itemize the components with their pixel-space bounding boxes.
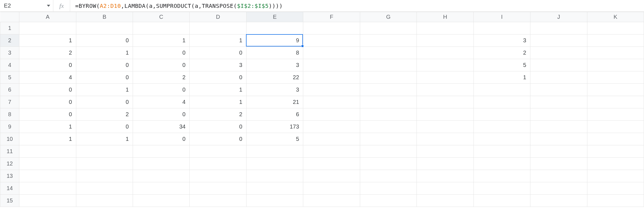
cell-C10[interactable]: 0 [133, 133, 190, 145]
cell-J13[interactable] [530, 170, 587, 182]
cell-E3[interactable]: 8 [246, 47, 303, 59]
cell-H2[interactable] [417, 34, 473, 47]
cell-F3[interactable] [303, 47, 360, 59]
cell-I11[interactable] [473, 145, 530, 158]
cell-E14[interactable] [246, 182, 303, 195]
cell-D12[interactable] [190, 158, 246, 170]
cell-G13[interactable] [360, 170, 417, 182]
row-header-3[interactable]: 3 [0, 47, 19, 59]
row-header-1[interactable]: 1 [0, 22, 19, 34]
cell-A4[interactable]: 0 [19, 59, 76, 71]
cell-C1[interactable] [133, 22, 190, 34]
cell-G15[interactable] [360, 195, 417, 207]
cell-F15[interactable] [303, 195, 360, 207]
cell-K7[interactable] [587, 96, 644, 108]
cell-F10[interactable] [303, 133, 360, 145]
cell-J7[interactable] [530, 96, 587, 108]
cell-B10[interactable]: 1 [76, 133, 133, 145]
cell-E2[interactable]: 9 [246, 34, 303, 47]
formula-input[interactable]: =BYROW(A2:D10,LAMBDA(a,SUMPRODUCT(a,TRAN… [70, 0, 644, 11]
cell-K14[interactable] [587, 182, 644, 195]
cell-I10[interactable] [473, 133, 530, 145]
cell-G7[interactable] [360, 96, 417, 108]
cell-D3[interactable]: 0 [190, 47, 246, 59]
cell-A1[interactable] [19, 22, 76, 34]
cell-A11[interactable] [19, 145, 76, 158]
cell-E11[interactable] [246, 145, 303, 158]
cell-C9[interactable]: 34 [133, 121, 190, 133]
cell-H9[interactable] [417, 121, 473, 133]
cell-C12[interactable] [133, 158, 190, 170]
cell-K9[interactable] [587, 121, 644, 133]
cell-K12[interactable] [587, 158, 644, 170]
row-header-12[interactable]: 12 [0, 158, 19, 170]
cell-C15[interactable] [133, 195, 190, 207]
cell-I6[interactable] [473, 84, 530, 96]
name-box[interactable]: E2 [0, 0, 53, 11]
row-header-14[interactable]: 14 [0, 182, 19, 195]
cell-C13[interactable] [133, 170, 190, 182]
cell-G10[interactable] [360, 133, 417, 145]
cell-G12[interactable] [360, 158, 417, 170]
cell-H6[interactable] [417, 84, 473, 96]
cell-B3[interactable]: 1 [76, 47, 133, 59]
cell-C11[interactable] [133, 145, 190, 158]
cell-F1[interactable] [303, 22, 360, 34]
row-header-15[interactable]: 15 [0, 195, 19, 207]
cell-J15[interactable] [530, 195, 587, 207]
cell-J6[interactable] [530, 84, 587, 96]
cell-A7[interactable]: 0 [19, 96, 76, 108]
cell-E9[interactable]: 173 [246, 121, 303, 133]
cell-K2[interactable] [587, 34, 644, 47]
cell-F14[interactable] [303, 182, 360, 195]
cell-H8[interactable] [417, 108, 473, 121]
cell-J8[interactable] [530, 108, 587, 121]
cell-F6[interactable] [303, 84, 360, 96]
cell-I3[interactable]: 2 [473, 47, 530, 59]
column-header-B[interactable]: B [76, 12, 133, 22]
cell-D4[interactable]: 3 [190, 59, 246, 71]
cell-G5[interactable] [360, 71, 417, 84]
cell-J2[interactable] [530, 34, 587, 47]
cell-F7[interactable] [303, 96, 360, 108]
column-header-H[interactable]: H [417, 12, 473, 22]
cell-F5[interactable] [303, 71, 360, 84]
cell-H15[interactable] [417, 195, 473, 207]
cell-G2[interactable] [360, 34, 417, 47]
cell-K15[interactable] [587, 195, 644, 207]
row-header-5[interactable]: 5 [0, 71, 19, 84]
cell-G4[interactable] [360, 59, 417, 71]
cell-B9[interactable]: 0 [76, 121, 133, 133]
cell-G11[interactable] [360, 145, 417, 158]
chevron-down-icon[interactable] [47, 5, 50, 7]
cell-I9[interactable] [473, 121, 530, 133]
cell-E12[interactable] [246, 158, 303, 170]
cell-J14[interactable] [530, 182, 587, 195]
cell-A15[interactable] [19, 195, 76, 207]
cell-E10[interactable]: 5 [246, 133, 303, 145]
cell-B12[interactable] [76, 158, 133, 170]
cell-F9[interactable] [303, 121, 360, 133]
cell-J10[interactable] [530, 133, 587, 145]
cell-H7[interactable] [417, 96, 473, 108]
cell-K13[interactable] [587, 170, 644, 182]
column-header-D[interactable]: D [190, 12, 246, 22]
cell-D13[interactable] [190, 170, 246, 182]
cell-B13[interactable] [76, 170, 133, 182]
cell-D9[interactable]: 0 [190, 121, 246, 133]
cell-A3[interactable]: 2 [19, 47, 76, 59]
cell-H4[interactable] [417, 59, 473, 71]
cell-A8[interactable]: 0 [19, 108, 76, 121]
cell-H12[interactable] [417, 158, 473, 170]
cell-J12[interactable] [530, 158, 587, 170]
cell-A10[interactable]: 1 [19, 133, 76, 145]
cell-B7[interactable]: 0 [76, 96, 133, 108]
cell-E6[interactable]: 3 [246, 84, 303, 96]
cell-H1[interactable] [417, 22, 473, 34]
column-header-E[interactable]: E [246, 12, 303, 22]
cell-F2[interactable] [303, 34, 360, 47]
cell-J11[interactable] [530, 145, 587, 158]
cell-B14[interactable] [76, 182, 133, 195]
cell-B1[interactable] [76, 22, 133, 34]
cell-F4[interactable] [303, 59, 360, 71]
